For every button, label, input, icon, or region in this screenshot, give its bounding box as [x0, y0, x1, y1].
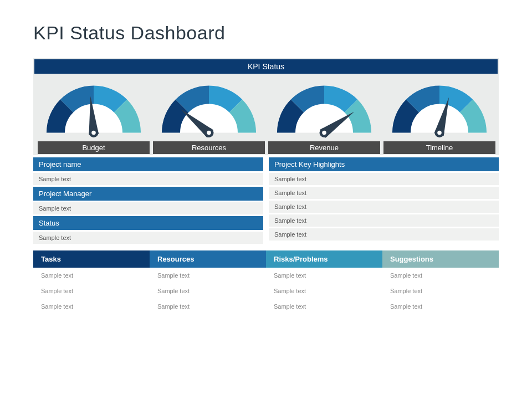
- gauge-label: Revenue: [268, 141, 380, 154]
- section-value: Sample text: [33, 202, 263, 214]
- svg-point-8: [322, 131, 326, 135]
- kpi-panel: KPI Status Budget Resources: [33, 58, 499, 155]
- gauge-row: Budget Resources Revenue: [34, 74, 498, 154]
- section-title: Project name: [33, 157, 263, 171]
- kpi-status-header: KPI Status: [34, 59, 498, 74]
- section-value: Sample text: [269, 187, 499, 199]
- table-header-row: TasksResourcesRisks/ProblemsSuggestions: [33, 250, 499, 268]
- table-cell: Sample text: [382, 283, 499, 299]
- section-value: Sample text: [33, 232, 263, 244]
- page-title: KPI Status Dashboard: [33, 22, 499, 44]
- table-header: Tasks: [33, 250, 150, 268]
- gauge-card: Revenue: [268, 77, 380, 154]
- table-row: Sample textSample textSample textSample …: [33, 283, 499, 299]
- table-cell: Sample text: [150, 299, 266, 314]
- gauge-icon: [383, 77, 495, 138]
- svg-point-5: [207, 131, 211, 135]
- gauge-icon: [153, 77, 265, 138]
- table-cell: Sample text: [266, 299, 382, 314]
- gauge-card: Timeline: [383, 77, 495, 154]
- table-cell: Sample text: [33, 268, 150, 283]
- table-cell: Sample text: [266, 268, 382, 283]
- gauge-card: Budget: [38, 77, 150, 154]
- svg-point-2: [91, 131, 96, 135]
- section-value: Sample text: [269, 214, 499, 227]
- table-cell: Sample text: [150, 268, 266, 283]
- table-cell: Sample text: [150, 283, 266, 299]
- right-info-column: Project Key HighlightsSample textSample …: [269, 157, 499, 244]
- table-header: Suggestions: [382, 250, 499, 268]
- svg-point-11: [437, 131, 442, 135]
- section-value: Sample text: [269, 201, 499, 213]
- table-header: Risks/Problems: [266, 250, 382, 268]
- gauge-icon: [268, 77, 380, 138]
- section-value: Sample text: [269, 228, 499, 241]
- table-cell: Sample text: [33, 283, 150, 299]
- section-title: Status: [33, 216, 263, 230]
- table-cell: Sample text: [266, 283, 382, 299]
- table-header: Resources: [150, 250, 266, 268]
- table-cell: Sample text: [33, 299, 150, 314]
- table-body: Sample textSample textSample textSample …: [33, 268, 499, 314]
- section-title: Project Manager: [33, 187, 263, 201]
- bottom-table: TasksResourcesRisks/ProblemsSuggestions …: [33, 250, 499, 314]
- section-value: Sample text: [269, 173, 499, 185]
- gauge-label: Timeline: [383, 141, 495, 154]
- table-cell: Sample text: [382, 299, 499, 314]
- section-title: Project Key Highlights: [269, 157, 499, 171]
- section-value: Sample text: [33, 173, 263, 185]
- gauge-label: Resources: [153, 141, 265, 154]
- left-info-column: Project nameSample textProject ManagerSa…: [33, 157, 263, 244]
- gauge-card: Resources: [153, 77, 265, 154]
- gauge-icon: [38, 77, 150, 138]
- gauge-label: Budget: [38, 141, 150, 154]
- table-row: Sample textSample textSample textSample …: [33, 299, 499, 314]
- table-row: Sample textSample textSample textSample …: [33, 268, 499, 283]
- table-cell: Sample text: [382, 268, 499, 283]
